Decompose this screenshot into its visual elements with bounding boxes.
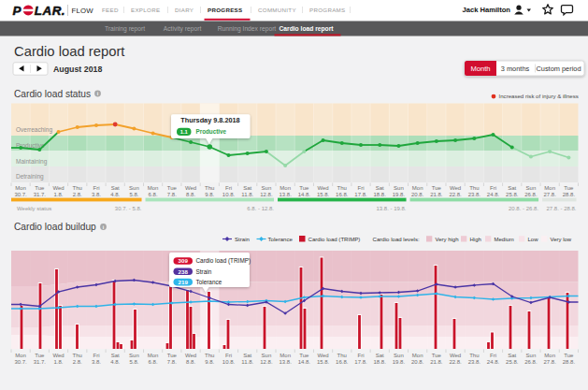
svg-text:Very low: Very low (551, 237, 572, 242)
svg-text:13.8. - 19.8.: 13.8. - 19.8. (377, 206, 407, 211)
svg-text:17.8.: 17.8. (354, 359, 367, 365)
svg-text:Sun: Sun (394, 185, 404, 191)
svg-text:21.8.: 21.8. (430, 192, 443, 197)
svg-text:Mon: Mon (280, 353, 291, 358)
svg-text:Overreaching: Overreaching (16, 126, 52, 134)
svg-text:12.8.: 12.8. (260, 192, 273, 197)
svg-text:9.8.: 9.8. (205, 359, 214, 365)
svg-text:Tue: Tue (564, 185, 574, 191)
svg-text:Fri: Fri (358, 185, 365, 191)
svg-text:24.8.: 24.8. (487, 359, 500, 365)
svg-text:Thursday 9.8.2018: Thursday 9.8.2018 (180, 116, 239, 124)
svg-text:20.8. - 26.8.: 20.8. - 26.8. (509, 206, 538, 211)
svg-text:Cardio load report: Cardio load report (280, 25, 335, 33)
svg-text:Tue: Tue (167, 185, 178, 191)
svg-text:Cardio load status: Cardio load status (14, 89, 91, 99)
svg-text:5.8.: 5.8. (129, 359, 138, 365)
svg-text:1.8.: 1.8. (54, 359, 64, 365)
svg-text:Sun: Sun (394, 353, 404, 358)
svg-text:2.8.: 2.8. (73, 192, 82, 197)
svg-text:Sun: Sun (129, 185, 139, 191)
svg-text:15.8.: 15.8. (317, 359, 330, 365)
svg-text:Thu: Thu (469, 185, 479, 191)
svg-text:6.8.: 6.8. (149, 359, 158, 365)
svg-text:238: 238 (179, 268, 189, 275)
svg-text:10.8.: 10.8. (222, 192, 236, 197)
svg-text:7.8.: 7.8. (167, 192, 177, 197)
svg-text:3.8.: 3.8. (92, 192, 101, 197)
svg-text:Mon: Mon (15, 185, 26, 191)
svg-text:PROGRESS: PROGRESS (208, 7, 242, 13)
svg-text:Activity report: Activity report (164, 25, 202, 33)
svg-text:Tue: Tue (299, 185, 309, 191)
svg-text:3 months: 3 months (501, 65, 530, 73)
svg-text:Wed: Wed (317, 353, 328, 358)
svg-text:Custom period: Custom period (536, 65, 581, 73)
svg-text:FEED: FEED (102, 7, 119, 13)
svg-text:31.7.: 31.7. (34, 359, 47, 365)
svg-text:26.8.: 26.8. (524, 359, 538, 365)
svg-text:Sat: Sat (376, 353, 384, 358)
svg-text:1.8.: 1.8. (54, 192, 64, 197)
svg-text:6.8.: 6.8. (149, 192, 158, 197)
svg-text:Thu: Thu (205, 185, 214, 191)
svg-text:Cardio load buildup: Cardio load buildup (14, 222, 96, 232)
svg-text:14.8.: 14.8. (298, 359, 311, 365)
svg-text:5.8.: 5.8. (129, 192, 138, 197)
svg-text:219: 219 (179, 279, 189, 285)
svg-text:26.8.: 26.8. (524, 192, 538, 197)
svg-text:27.8.: 27.8. (543, 359, 556, 365)
svg-text:Thu: Thu (337, 353, 347, 358)
svg-text:Sun: Sun (129, 353, 139, 358)
svg-text:Thu: Thu (73, 185, 82, 191)
svg-text:Mon: Mon (412, 185, 423, 191)
svg-text:Sat: Sat (508, 353, 516, 358)
svg-text:Mon: Mon (148, 353, 159, 358)
svg-text:21.8.: 21.8. (430, 359, 443, 365)
svg-text:19.8.: 19.8. (393, 192, 406, 197)
svg-text:Training report: Training report (105, 25, 145, 33)
svg-text:16.8.: 16.8. (336, 359, 349, 365)
svg-text:Thu: Thu (73, 353, 82, 358)
svg-text:23.8.: 23.8. (468, 359, 481, 365)
svg-text:Sun: Sun (526, 353, 537, 358)
svg-text:Mon: Mon (412, 353, 423, 358)
svg-text:August 2018: August 2018 (53, 65, 102, 74)
svg-text:Fri: Fri (490, 185, 496, 191)
svg-text:P: P (13, 4, 22, 18)
svg-text:Maintaining: Maintaining (16, 158, 48, 166)
svg-text:Wed: Wed (185, 185, 196, 191)
svg-text:Cardio load levels:: Cardio load levels: (373, 236, 420, 242)
svg-text:14.8.: 14.8. (298, 192, 311, 197)
svg-text:Tue: Tue (432, 185, 442, 191)
svg-text:10.8.: 10.8. (222, 359, 236, 365)
svg-text:Running Index report: Running Index report (218, 25, 277, 33)
svg-text:15.8.: 15.8. (317, 192, 330, 197)
svg-text:9.8.: 9.8. (205, 192, 214, 197)
svg-text:Thu: Thu (337, 185, 347, 191)
svg-text:Very high: Very high (436, 237, 459, 242)
svg-text:20.8.: 20.8. (411, 359, 424, 365)
svg-text:COMMUNITY: COMMUNITY (258, 7, 296, 13)
svg-text:22.8.: 22.8. (449, 359, 462, 365)
svg-text:Wed: Wed (52, 353, 64, 358)
svg-text:2.8.: 2.8. (73, 359, 82, 365)
svg-text:Tue: Tue (35, 185, 45, 191)
svg-text:19.8.: 19.8. (393, 359, 406, 365)
svg-text:Cardio load (TRIMP): Cardio load (TRIMP) (308, 236, 361, 242)
svg-text:6.8. - 12.8.: 6.8. - 12.8. (247, 206, 274, 211)
svg-text:FLOW: FLOW (72, 7, 94, 15)
svg-text:24.8.: 24.8. (487, 192, 500, 197)
svg-text:PROGRAMS: PROGRAMS (309, 7, 346, 13)
svg-text:23.8.: 23.8. (468, 192, 481, 197)
svg-text:27.8.: 27.8. (543, 192, 556, 197)
svg-text:4.8.: 4.8. (110, 359, 120, 365)
svg-text:Thu: Thu (205, 353, 214, 358)
svg-text:25.8.: 25.8. (506, 359, 519, 365)
svg-text:Fri: Fri (225, 185, 232, 191)
svg-text:Fri: Fri (358, 353, 365, 358)
svg-text:Sun: Sun (262, 353, 272, 358)
svg-text:Tue: Tue (35, 353, 45, 358)
svg-text:Cardio load report: Cardio load report (14, 44, 124, 59)
svg-text:16.8.: 16.8. (336, 192, 349, 197)
